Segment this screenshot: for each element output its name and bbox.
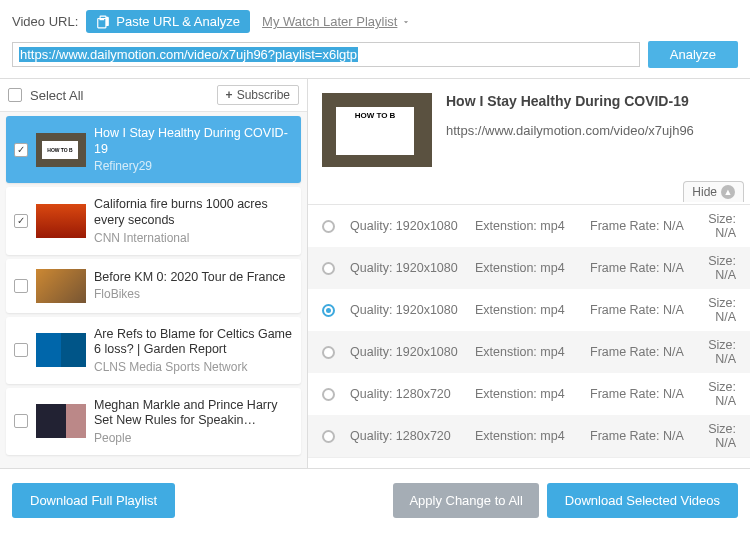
select-all-checkbox[interactable] (8, 88, 22, 102)
analyze-button[interactable]: Analyze (648, 41, 738, 68)
video-title: Are Refs to Blame for Celtics Game 6 los… (94, 327, 293, 358)
chevron-down-icon (401, 17, 411, 27)
video-checkbox[interactable] (14, 343, 28, 357)
video-item[interactable]: Meghan Markle and Prince Harry Set New R… (6, 388, 301, 455)
detail-thumbnail (322, 93, 432, 167)
quality-radio[interactable] (322, 430, 335, 443)
video-thumbnail (36, 333, 86, 367)
video-channel: CLNS Media Sports Network (94, 360, 293, 374)
quality-radio[interactable] (322, 220, 335, 233)
clipboard-icon (96, 15, 110, 29)
framerate-value: Frame Rate: N/A (590, 303, 700, 317)
framerate-value: Frame Rate: N/A (590, 219, 700, 233)
extension-value: Extenstion: mp4 (475, 345, 585, 359)
quality-radio[interactable] (322, 346, 335, 359)
quality-row[interactable]: Quality: 1920x1080Extenstion: mp4Frame R… (308, 331, 750, 373)
video-title: How I Stay Healthy During COVID-19 (94, 126, 293, 157)
video-thumbnail (36, 204, 86, 238)
video-thumbnail (36, 133, 86, 167)
quality-list: Quality: 1920x1080Extenstion: mp4Frame R… (308, 204, 750, 457)
quality-row[interactable]: Quality: 1280x720Extenstion: mp4Frame Ra… (308, 373, 750, 415)
video-item[interactable]: Are Refs to Blame for Celtics Game 6 los… (6, 317, 301, 384)
video-item[interactable]: California fire burns 1000 acres every s… (6, 187, 301, 254)
video-checkbox[interactable] (14, 214, 28, 228)
paste-url-label: Paste URL & Analyze (116, 14, 240, 29)
extension-value: Extenstion: mp4 (475, 303, 585, 317)
extension-value: Extenstion: mp4 (475, 219, 585, 233)
video-thumbnail (36, 404, 86, 438)
download-full-playlist-button[interactable]: Download Full Playlist (12, 483, 175, 518)
chevron-up-icon: ▲ (721, 185, 735, 199)
watch-later-link[interactable]: My Watch Later Playlist (262, 14, 411, 29)
quality-row[interactable]: Quality: 1920x1080Extenstion: mp4Frame R… (308, 205, 750, 247)
apply-change-all-button[interactable]: Apply Change to All (393, 483, 538, 518)
quality-radio[interactable] (322, 388, 335, 401)
video-checkbox[interactable] (14, 143, 28, 157)
size-value: Size: N/A (705, 338, 736, 366)
paste-url-button[interactable]: Paste URL & Analyze (86, 10, 250, 33)
playlist-panel: Select All + Subscribe How I Stay Health… (0, 79, 308, 468)
quality-value: Quality: 1920x1080 (350, 303, 470, 317)
detail-url: https://www.dailymotion.com/video/x7ujh9… (446, 123, 694, 138)
video-title: Meghan Markle and Prince Harry Set New R… (94, 398, 293, 429)
quality-value: Quality: 1280x720 (350, 429, 470, 443)
video-title: California fire burns 1000 acres every s… (94, 197, 293, 228)
quality-value: Quality: 1920x1080 (350, 219, 470, 233)
subscribe-button[interactable]: + Subscribe (217, 85, 299, 105)
quality-row[interactable]: Quality: 1280x720Extenstion: mp4Frame Ra… (308, 415, 750, 457)
video-channel: People (94, 431, 293, 445)
extension-value: Extenstion: mp4 (475, 387, 585, 401)
extension-value: Extenstion: mp4 (475, 261, 585, 275)
quality-row[interactable]: Quality: 1920x1080Extenstion: mp4Frame R… (308, 289, 750, 331)
size-value: Size: N/A (705, 422, 736, 450)
video-channel: CNN International (94, 231, 293, 245)
video-thumbnail (36, 269, 86, 303)
video-checkbox[interactable] (14, 414, 28, 428)
video-list[interactable]: How I Stay Healthy During COVID-19Refine… (0, 112, 307, 468)
video-item[interactable]: Before KM 0: 2020 Tour de FranceFloBikes (6, 259, 301, 313)
quality-radio[interactable] (322, 304, 335, 317)
quality-value: Quality: 1920x1080 (350, 345, 470, 359)
size-value: Size: N/A (705, 212, 736, 240)
detail-title: How I Stay Healthy During COVID-19 (446, 93, 694, 109)
video-item[interactable]: How I Stay Healthy During COVID-19Refine… (6, 116, 301, 183)
select-all-label: Select All (30, 88, 209, 103)
framerate-value: Frame Rate: N/A (590, 345, 700, 359)
hide-button[interactable]: Hide ▲ (683, 181, 744, 202)
quality-radio[interactable] (322, 262, 335, 275)
quality-row[interactable]: Quality: 1920x1080Extenstion: mp4Frame R… (308, 247, 750, 289)
download-selected-button[interactable]: Download Selected Videos (547, 483, 738, 518)
extension-value: Extenstion: mp4 (475, 429, 585, 443)
framerate-value: Frame Rate: N/A (590, 261, 700, 275)
quality-value: Quality: 1280x720 (350, 387, 470, 401)
framerate-value: Frame Rate: N/A (590, 429, 700, 443)
quality-value: Quality: 1920x1080 (350, 261, 470, 275)
video-url-label: Video URL: (12, 14, 78, 29)
url-input[interactable]: https://www.dailymotion.com/video/x7ujh9… (12, 42, 640, 67)
detail-panel: How I Stay Healthy During COVID-19 https… (308, 79, 750, 468)
video-channel: Refinery29 (94, 159, 293, 173)
framerate-value: Frame Rate: N/A (590, 387, 700, 401)
size-value: Size: N/A (705, 296, 736, 324)
size-value: Size: N/A (705, 380, 736, 408)
video-checkbox[interactable] (14, 279, 28, 293)
video-channel: FloBikes (94, 287, 293, 301)
video-title: Before KM 0: 2020 Tour de France (94, 270, 293, 286)
size-value: Size: N/A (705, 254, 736, 282)
